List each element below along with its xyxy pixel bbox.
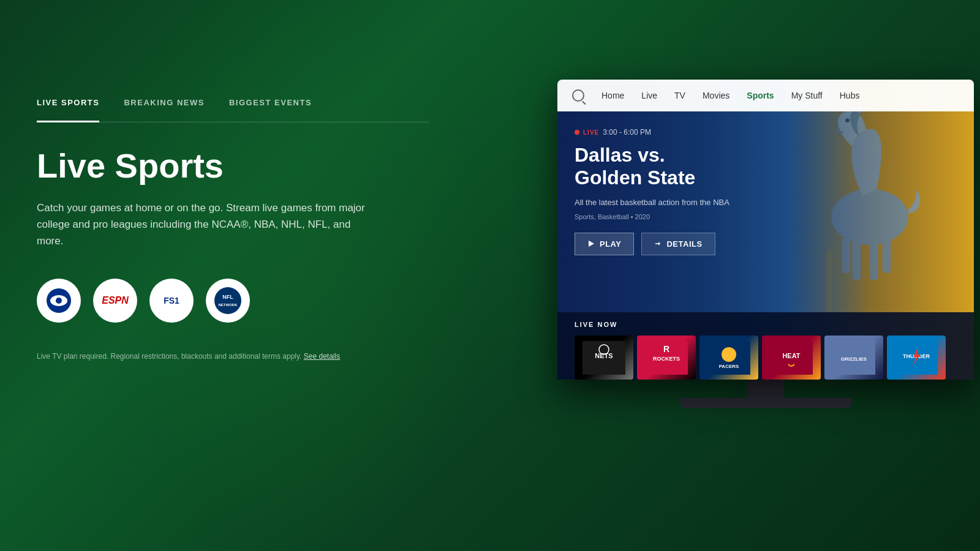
svg-text:NFL: NFL bbox=[222, 294, 233, 300]
tv-action-buttons: PLAY DETAILS bbox=[575, 233, 957, 255]
tv-nav-sports[interactable]: Sports bbox=[747, 91, 774, 100]
live-indicator-dot bbox=[575, 130, 579, 135]
svg-text:NETWORK: NETWORK bbox=[219, 303, 238, 307]
tv-navigation: Home Live TV Movies Sports My Stuff Hubs bbox=[557, 80, 974, 111]
details-button[interactable]: DETAILS bbox=[641, 233, 715, 255]
tv-nav-hubs[interactable]: Hubs bbox=[840, 91, 860, 100]
tv-nav-home[interactable]: Home bbox=[601, 91, 624, 100]
live-now-cards: NETS ROCKETS R bbox=[575, 335, 957, 380]
tv-container: Home Live TV Movies Sports My Stuff Hubs… bbox=[557, 80, 980, 408]
svg-point-0 bbox=[214, 287, 241, 314]
channel-logo-fs1[interactable]: FS1 bbox=[149, 279, 194, 323]
live-time: 3:00 - 6:00 PM bbox=[603, 128, 651, 137]
play-button[interactable]: PLAY bbox=[575, 233, 634, 255]
team-card-heat[interactable]: HEAT bbox=[762, 335, 821, 380]
main-content: LIVE SPORTS BREAKING NEWS BIGGEST EVENTS… bbox=[0, 0, 466, 551]
team-card-rockets[interactable]: ROCKETS R bbox=[637, 335, 696, 380]
tv-screen: Home Live TV Movies Sports My Stuff Hubs… bbox=[557, 80, 974, 380]
live-badge: LIVE 3:00 - 6:00 PM bbox=[575, 128, 651, 137]
svg-text:ROCKETS: ROCKETS bbox=[653, 356, 680, 362]
team-card-grizzlies[interactable]: GRIZZLIES bbox=[824, 335, 883, 380]
channel-logo-espn[interactable]: ESPN bbox=[93, 279, 137, 323]
tv-stand: Home Live TV Movies Sports My Stuff Hubs… bbox=[557, 80, 974, 408]
live-now-label: LIVE NOW bbox=[575, 321, 957, 328]
tv-nav-movies[interactable]: Movies bbox=[703, 91, 729, 100]
tv-nav-live[interactable]: Live bbox=[641, 91, 657, 100]
svg-marker-16 bbox=[589, 241, 594, 247]
team-card-pacers[interactable]: PACERS bbox=[699, 335, 758, 380]
svg-text:NETS: NETS bbox=[595, 352, 612, 359]
tv-stand-base bbox=[680, 398, 851, 408]
search-icon[interactable] bbox=[572, 89, 584, 102]
team-card-thunder[interactable]: THUNDER bbox=[887, 335, 946, 380]
tv-nav-tv[interactable]: TV bbox=[674, 91, 685, 100]
tv-stand-neck bbox=[747, 380, 784, 398]
page-title: Live Sports bbox=[37, 147, 429, 185]
svg-text:PACERS: PACERS bbox=[719, 364, 739, 369]
svg-text:GRIZZLIES: GRIZZLIES bbox=[841, 356, 867, 362]
nav-tabs: LIVE SPORTS BREAKING NEWS BIGGEST EVENTS bbox=[37, 98, 429, 122]
tab-live-sports[interactable]: LIVE SPORTS bbox=[37, 98, 99, 114]
see-details-link[interactable]: See details bbox=[304, 352, 340, 361]
channel-logo-cbs[interactable] bbox=[37, 279, 81, 323]
live-label: LIVE bbox=[583, 129, 599, 136]
svg-text:R: R bbox=[663, 344, 669, 354]
game-meta: Sports, Basketball • 2020 bbox=[575, 213, 957, 220]
game-title: Dallas vs. Golden State bbox=[575, 144, 957, 189]
disclaimer-text: Live TV plan required. Regional restrict… bbox=[37, 352, 429, 361]
tv-nav-my-stuff[interactable]: My Stuff bbox=[791, 91, 823, 100]
team-card-nets[interactable]: NETS bbox=[575, 335, 633, 380]
page-description: Catch your games at home or on the go. S… bbox=[37, 200, 368, 250]
svg-text:HEAT: HEAT bbox=[782, 352, 800, 359]
svg-point-24 bbox=[722, 347, 736, 362]
channel-logo-nfl[interactable]: NFL NETWORK bbox=[206, 279, 250, 323]
channel-logos: ESPN FS1 NFL NETWORK bbox=[37, 279, 429, 323]
tab-breaking-news[interactable]: BREAKING NEWS bbox=[124, 98, 204, 114]
game-description: All the latest basketball action from th… bbox=[575, 198, 957, 207]
live-now-section: LIVE NOW NETS ROCKETS R bbox=[557, 312, 974, 380]
tab-biggest-events[interactable]: BIGGEST EVENTS bbox=[229, 98, 312, 114]
